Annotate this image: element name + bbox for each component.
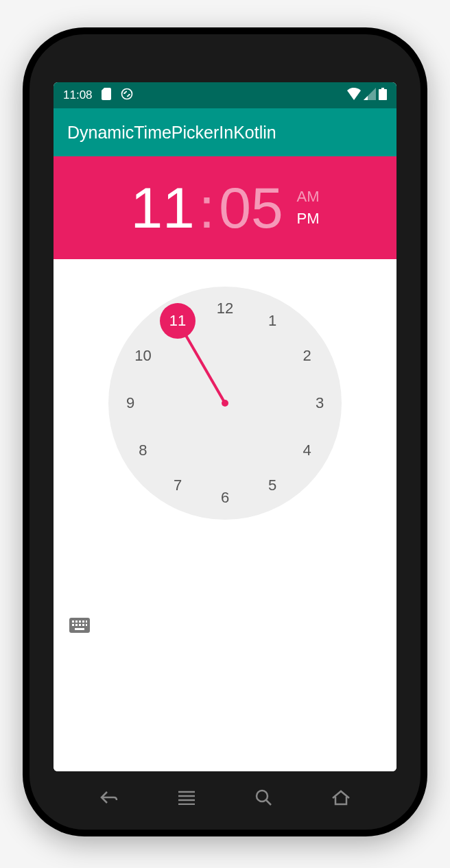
status-right — [347, 88, 387, 104]
svg-rect-2 — [72, 620, 74, 623]
svg-rect-3 — [75, 620, 78, 623]
svg-rect-9 — [79, 624, 81, 626]
nav-bar — [29, 786, 421, 809]
time-colon: : — [199, 179, 215, 237]
app-bar: DynamicTimePickerInKotlin — [54, 108, 396, 156]
svg-point-17 — [257, 791, 268, 801]
clock-face[interactable]: 121234567891011 — [108, 287, 342, 520]
svg-point-0 — [121, 88, 132, 99]
clock-hour-4[interactable]: 4 — [294, 437, 321, 464]
phone-inner: 11:08 — [29, 34, 421, 830]
status-left: 11:08 — [63, 87, 134, 104]
svg-rect-11 — [86, 624, 87, 626]
clock-center — [222, 400, 228, 407]
svg-rect-5 — [82, 620, 84, 623]
svg-rect-8 — [75, 624, 78, 626]
status-time: 11:08 — [63, 88, 93, 102]
hour-value[interactable]: 11 — [130, 179, 194, 237]
no-updates-icon — [120, 87, 134, 104]
search-button[interactable] — [252, 786, 275, 809]
screen: 11:08 — [54, 82, 396, 771]
clock-hour-12[interactable]: 12 — [211, 295, 239, 322]
svg-rect-6 — [86, 620, 87, 623]
home-button[interactable] — [329, 786, 353, 809]
clock-hour-6[interactable]: 6 — [211, 484, 239, 511]
svg-rect-10 — [82, 624, 84, 626]
ampm-toggle: AM PM — [297, 188, 320, 228]
wifi-icon — [347, 88, 361, 104]
clock-hour-2[interactable]: 2 — [294, 342, 321, 370]
svg-rect-4 — [79, 620, 81, 623]
menu-button[interactable] — [175, 786, 198, 809]
clock-hour-3[interactable]: 3 — [306, 389, 333, 417]
time-header: 11 : 05 AM PM — [54, 156, 396, 259]
keyboard-input-icon[interactable] — [67, 613, 92, 638]
svg-line-18 — [266, 800, 271, 805]
phone-frame: 11:08 — [23, 27, 427, 836]
back-button[interactable] — [97, 786, 121, 809]
time-display: 11 : 05 AM PM — [130, 179, 319, 237]
svg-rect-7 — [72, 624, 74, 626]
status-bar: 11:08 — [54, 82, 396, 108]
clock-hour-9[interactable]: 9 — [117, 389, 144, 417]
clock-hour-10[interactable]: 10 — [129, 342, 156, 370]
battery-icon — [379, 88, 387, 104]
pm-option[interactable]: PM — [297, 210, 320, 228]
sd-card-icon — [101, 88, 112, 104]
svg-rect-12 — [75, 628, 84, 630]
minute-value[interactable]: 05 — [219, 179, 283, 237]
app-title: DynamicTimePickerInKotlin — [67, 123, 276, 143]
clock-hour-7[interactable]: 7 — [164, 472, 191, 499]
clock-hour-1[interactable]: 1 — [259, 307, 286, 335]
clock-hour-5[interactable]: 5 — [259, 472, 286, 499]
clock-hour-selected[interactable]: 11 — [160, 303, 196, 339]
am-option[interactable]: AM — [297, 188, 320, 206]
signal-icon — [364, 88, 376, 104]
clock-hour-8[interactable]: 8 — [129, 437, 156, 464]
clock-area: 121234567891011 — [54, 259, 396, 771]
